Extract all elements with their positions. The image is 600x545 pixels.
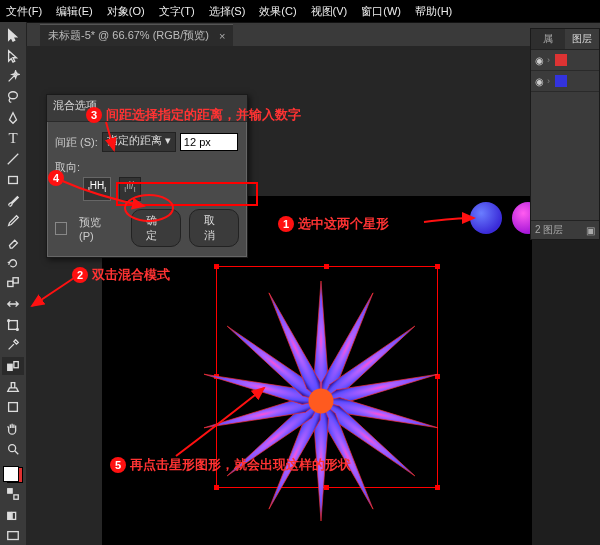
hand-tool[interactable] — [2, 419, 24, 438]
menu-help[interactable]: 帮助(H) — [415, 4, 452, 19]
pen-tool[interactable] — [2, 109, 24, 128]
svg-rect-4 — [9, 320, 18, 329]
orient-align-page[interactable]: ιHHι — [83, 177, 111, 201]
spacing-value-input[interactable] — [180, 133, 238, 151]
svg-rect-12 — [14, 495, 18, 499]
paintbrush-tool[interactable] — [2, 191, 24, 210]
document-title: 未标题-5* @ 66.67% (RGB/预览) — [48, 28, 209, 43]
rotate-tool[interactable] — [2, 253, 24, 272]
svg-rect-3 — [13, 278, 18, 283]
svg-rect-15 — [8, 531, 19, 539]
svg-rect-13 — [8, 512, 12, 519]
menu-type[interactable]: 文字(T) — [159, 4, 195, 19]
preview-label: 预览 (P) — [79, 215, 115, 242]
svg-rect-1 — [9, 177, 18, 184]
svg-line-18 — [32, 278, 74, 306]
svg-point-6 — [17, 328, 19, 330]
document-tabs: 未标题-5* @ 66.67% (RGB/预览) × — [0, 22, 600, 47]
svg-rect-14 — [12, 512, 16, 519]
svg-rect-7 — [8, 364, 12, 370]
screen-mode-icon[interactable] — [2, 526, 24, 545]
svg-rect-2 — [8, 282, 13, 287]
symbol-sprayer-tool[interactable] — [2, 377, 24, 396]
line-tool[interactable] — [2, 150, 24, 169]
eraser-tool[interactable] — [2, 233, 24, 252]
layers-footer: 2 图层 ▣ — [531, 220, 599, 239]
canvas-area: 1选中这两个星形 2双击混合模式 3间距选择指定的距离，并输入数字 4 5再点击… — [26, 46, 530, 545]
ok-button[interactable]: 确定 — [131, 209, 181, 247]
rectangle-tool[interactable] — [2, 171, 24, 190]
svg-point-16 — [309, 389, 334, 414]
close-tab-icon[interactable]: × — [219, 30, 225, 42]
layer-row[interactable]: ◉› — [531, 71, 599, 92]
menu-select[interactable]: 选择(S) — [209, 4, 246, 19]
zoom-tool[interactable] — [2, 439, 24, 458]
annotation-2: 2双击混合模式 — [72, 266, 170, 284]
scale-tool[interactable] — [2, 274, 24, 293]
lasso-tool[interactable] — [2, 88, 24, 107]
cancel-button[interactable]: 取消 — [189, 209, 239, 247]
selection-tool[interactable] — [2, 26, 24, 45]
annotation-1: 1选中这两个星形 — [278, 215, 389, 233]
panel-tab-properties[interactable]: 属 — [531, 29, 565, 49]
svg-point-5 — [8, 319, 10, 321]
panel-tab-layers[interactable]: 图层 — [565, 29, 599, 49]
layers-panel: 属 图层 ◉› ◉› 2 图层 ▣ — [530, 28, 600, 240]
draw-mode-icon[interactable] — [2, 506, 24, 525]
orient-align-path[interactable]: ιıl/ι — [119, 177, 141, 201]
menu-bar: 文件(F) 编辑(E) 对象(O) 文字(T) 选择(S) 效果(C) 视图(V… — [0, 0, 600, 22]
menu-object[interactable]: 对象(O) — [107, 4, 145, 19]
width-tool[interactable] — [2, 295, 24, 314]
menu-file[interactable]: 文件(F) — [6, 4, 42, 19]
annotation-4: 4 — [48, 170, 68, 186]
pencil-tool[interactable] — [2, 212, 24, 231]
svg-point-10 — [9, 444, 16, 451]
menu-effect[interactable]: 效果(C) — [259, 4, 296, 19]
svg-rect-9 — [9, 403, 18, 412]
preview-checkbox[interactable] — [55, 222, 67, 235]
gradient-swatch-blue[interactable] — [470, 202, 502, 234]
svg-rect-11 — [8, 489, 12, 493]
blend-tool[interactable] — [2, 357, 24, 376]
spacing-mode-select[interactable]: 指定的距离 ▾ — [102, 132, 176, 152]
eyedropper-tool[interactable] — [2, 336, 24, 355]
visibility-icon[interactable]: ◉ — [531, 55, 547, 66]
menu-window[interactable]: 窗口(W) — [361, 4, 401, 19]
menu-view[interactable]: 视图(V) — [311, 4, 348, 19]
annotation-5: 5再点击星形图形，就会出现这样的形状 — [110, 456, 351, 474]
annotation-3: 3间距选择指定的距离，并输入数字 — [86, 106, 301, 124]
spacing-label: 间距 (S): — [55, 135, 98, 150]
type-tool[interactable]: T — [2, 129, 24, 148]
color-swatch[interactable] — [3, 466, 23, 483]
toolbar: T — [0, 22, 27, 545]
star-shape[interactable] — [196, 276, 446, 526]
new-layer-icon[interactable]: ▣ — [586, 225, 595, 236]
direct-selection-tool[interactable] — [2, 47, 24, 66]
artboard-tool[interactable] — [2, 398, 24, 417]
free-transform-tool[interactable] — [2, 315, 24, 334]
color-mode-icon[interactable] — [2, 485, 24, 504]
document-tab[interactable]: 未标题-5* @ 66.67% (RGB/预览) × — [40, 24, 233, 47]
layer-row[interactable]: ◉› — [531, 50, 599, 71]
menu-edit[interactable]: 编辑(E) — [56, 4, 93, 19]
visibility-icon[interactable]: ◉ — [531, 76, 547, 87]
svg-rect-8 — [14, 362, 18, 368]
magic-wand-tool[interactable] — [2, 67, 24, 86]
